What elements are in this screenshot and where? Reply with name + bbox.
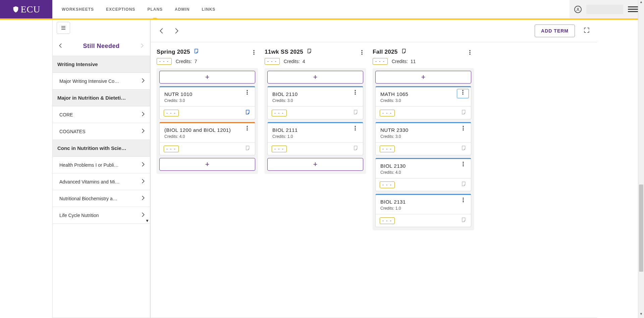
still-needed-item-adv-vitamins[interactable]: Advanced Vitamins and Mi… (53, 173, 150, 190)
nav-tab-admin[interactable]: ADMIN (175, 0, 190, 19)
content-column: Still Needed Writing IntensiveMajor Writ… (52, 20, 597, 318)
term-menu-button[interactable] (466, 48, 474, 57)
add-course-button-top[interactable]: + (375, 71, 471, 84)
term-body: + MATH 1065 Credits: 3.0 - - - (373, 68, 474, 230)
still-needed-group: Conc in Nutrition with Scie… (53, 140, 150, 157)
course-menu-button[interactable] (241, 125, 253, 134)
course-menu-button[interactable] (458, 161, 469, 170)
collapse-sidebar-button[interactable] (57, 22, 70, 34)
course-status-chip: - - - (164, 146, 179, 152)
course-menu-button[interactable] (458, 125, 469, 134)
course-credits: Credits: 3.0 (164, 98, 250, 103)
brand-logo[interactable]: ECU (0, 0, 52, 18)
vertical-dots-icon (460, 89, 466, 95)
course-note-button[interactable] (461, 181, 467, 188)
term-column-fall25: Fall 2025 - - - Credits: 11 + (373, 48, 474, 230)
term-header: 11wk SS 2025 - - - Credits: 4 (265, 48, 366, 65)
brand-text: ECU (21, 4, 41, 15)
term-menu-button[interactable] (358, 48, 366, 57)
add-course-button-bottom[interactable]: + (159, 158, 255, 171)
note-icon (461, 217, 467, 223)
search-input[interactable] (586, 5, 623, 14)
note-icon (401, 48, 407, 54)
still-needed-item-label: Life Cycle Nutrition (59, 213, 99, 218)
course-note-button[interactable] (245, 109, 251, 116)
left-gutter (0, 20, 52, 318)
scroll-thumb[interactable] (639, 184, 643, 272)
course-code: BIOL 2111 (272, 127, 358, 133)
topbar: ECU WORKSHEETSEXCEPTIONSPLANSADMINLINKS (0, 0, 644, 20)
note-icon (461, 109, 467, 115)
user-avatar-icon[interactable] (574, 6, 582, 13)
still-needed-group: Major in Nutrition & Dieteti… (53, 90, 150, 106)
term-menu-button[interactable] (250, 48, 258, 57)
course-menu-button[interactable] (350, 125, 361, 134)
topbar-right (570, 0, 644, 18)
term-note-button[interactable] (307, 48, 313, 55)
course-credits: Credits: 3.0 (380, 134, 466, 139)
term-header: Fall 2025 - - - Credits: 11 (373, 48, 474, 65)
term-scroll-next[interactable] (173, 27, 180, 35)
course-menu-button[interactable] (350, 89, 361, 98)
term-credits: Credits: 7 (176, 59, 197, 64)
add-course-button-bottom[interactable]: + (267, 158, 363, 171)
course-menu-button[interactable] (458, 197, 469, 206)
still-needed-item-nutr-biochem[interactable]: Nutritional Biochemistry a… (53, 190, 150, 207)
course-code: (BIOL 1200 and BIOL 1201) (164, 127, 250, 133)
chevron-right-icon (140, 195, 146, 202)
course-note-button[interactable] (353, 145, 359, 152)
main-menu-button[interactable] (628, 6, 638, 12)
course-code: NUTR 2330 (380, 127, 466, 133)
term-credits: Credits: 4 (284, 59, 305, 64)
course-credits: Credits: 3.0 (380, 98, 466, 103)
note-icon (245, 145, 251, 151)
course-card: (BIOL 1200 and BIOL 1201) Credits: 4.0 -… (159, 122, 255, 155)
course-code: BIOL 2131 (380, 199, 466, 205)
nav-tab-exceptions[interactable]: EXCEPTIONS (106, 0, 135, 19)
vertical-dots-icon (244, 89, 250, 95)
course-status-chip: - - - (272, 146, 287, 152)
still-needed-item-label: Advanced Vitamins and Mi… (59, 179, 120, 184)
course-menu-button[interactable] (457, 89, 469, 98)
app-body: Still Needed Writing IntensiveMajor Writ… (0, 20, 644, 318)
add-term-button[interactable]: ADD TERM (535, 24, 575, 37)
still-needed-item-health-problems[interactable]: Health Problems I or Publi… (53, 157, 150, 173)
nav-tab-links[interactable]: LINKS (202, 0, 215, 19)
course-note-button[interactable] (245, 145, 251, 152)
course-menu-button[interactable] (241, 89, 253, 98)
course-card: BIOL 2111 Credits: 1.0 - - - (267, 122, 363, 155)
still-needed-item-major-wi[interactable]: Major Writing Intensive Co… (53, 73, 150, 90)
term-status-chip: - - - (157, 58, 172, 65)
course-status-chip: - - - (164, 110, 179, 116)
scroll-down-icon: ▼ (145, 218, 149, 223)
still-needed-prev[interactable] (57, 43, 64, 50)
still-needed-item-cognates[interactable]: COGNATES (53, 123, 150, 140)
course-note-button[interactable] (353, 109, 359, 116)
add-course-button-top[interactable]: + (267, 71, 363, 84)
note-icon (461, 145, 467, 151)
still-needed-item-core[interactable]: CORE (53, 106, 150, 123)
course-note-button[interactable] (461, 145, 467, 152)
nav-tab-plans[interactable]: PLANS (147, 0, 163, 19)
vertical-dots-icon (359, 49, 365, 55)
term-note-button[interactable] (194, 48, 200, 55)
window-scrollbar[interactable]: ▲ ▼ (638, 0, 644, 318)
still-needed-list[interactable]: Writing IntensiveMajor Writing Intensive… (53, 56, 150, 224)
expand-plan-button[interactable] (584, 27, 590, 35)
course-note-button[interactable] (461, 217, 467, 224)
still-needed-title: Still Needed (83, 43, 119, 50)
add-course-button-top[interactable]: + (159, 71, 255, 84)
chevron-right-icon (173, 27, 180, 35)
term-note-button[interactable] (401, 48, 407, 55)
term-body: + NUTR 1010 Credits: 3.0 - - - (157, 68, 258, 173)
chevron-right-icon (140, 128, 146, 135)
nav-tab-worksheets[interactable]: WORKSHEETS (62, 0, 94, 19)
expand-icon (584, 27, 590, 33)
term-status-chip: - - - (265, 58, 280, 65)
still-needed-item-life-cycle[interactable]: Life Cycle Nutrition (53, 207, 150, 224)
term-scroll-prev[interactable] (158, 27, 165, 35)
nav-tabs: WORKSHEETSEXCEPTIONSPLANSADMINLINKS (52, 0, 215, 18)
still-needed-item-label: Nutritional Biochemistry a… (59, 196, 117, 201)
course-note-button[interactable] (461, 109, 467, 116)
term-column-spring25: Spring 2025 - - - Credits: 7 + (157, 48, 258, 230)
